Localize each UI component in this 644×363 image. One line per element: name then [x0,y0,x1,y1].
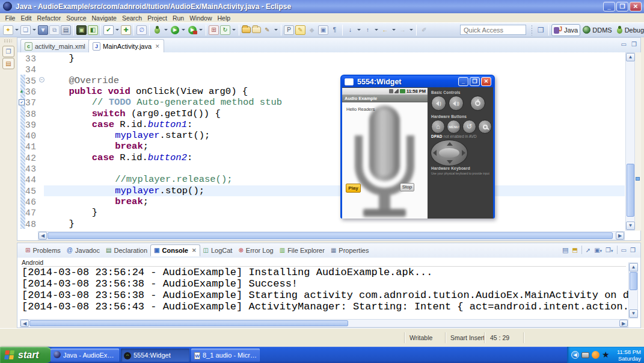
dpad-control[interactable] [431,140,468,166]
view-tab-properties[interactable]: ▦Properties [328,245,372,256]
save-all-icon[interactable]: ⧉ [49,25,60,35]
menu-source[interactable]: Source [64,14,89,22]
tray-avg-icon[interactable] [592,351,600,359]
open-wizard-icon[interactable]: ❏ [20,25,31,35]
new-java-element-icon[interactable]: ✚ [121,25,131,35]
power-button[interactable] [470,96,485,111]
brush-icon[interactable]: ✎ [262,25,272,35]
view-tab-error-log[interactable]: ⊗Error Log [235,245,276,256]
taskbar-task-word[interactable]: W8_1 audio - Microsof... [191,349,260,362]
console-output[interactable]: [2014-03-08 23:56:24 - AudioExample] Ins… [22,267,629,318]
menu-window[interactable]: Window [187,14,215,22]
lint-icon[interactable]: ✔ [103,25,114,35]
play-button[interactable]: Play [346,184,361,193]
android-sdk-icon[interactable]: ▣ [76,25,87,35]
view-tab-declaration[interactable]: ▤Declaration [103,245,150,256]
perspective-debug[interactable]: Debug [615,25,644,36]
editor-horizontal-scrollbar[interactable]: ◀ ▶ [38,231,625,240]
menu-project[interactable]: Project [145,14,170,22]
view-tab-logcat[interactable]: ◫LogCat [200,245,236,256]
menu-navigate[interactable]: Navigate [89,14,119,22]
web-service-icon[interactable]: P [284,25,294,35]
menu-help[interactable]: Help [215,14,233,22]
search-button[interactable] [478,120,492,134]
maximize-view-icon[interactable]: ❐ [631,41,637,48]
display-console-icon[interactable]: ▣▾ [594,247,602,253]
pin-console-icon[interactable]: ➚ [586,247,590,253]
emulator-titlebar[interactable]: 5554:Widget _ ❐ ✕ [342,76,494,87]
import-folder-icon[interactable] [242,26,251,33]
open-folder-icon[interactable] [252,26,261,33]
view-tab-close-icon[interactable]: ✕ [192,247,197,253]
editor-tab-activity_main-xml[interactable]: cactivity_main.xml [20,39,90,52]
clear-console-icon[interactable]: ▤ [562,246,568,254]
coverage-icon[interactable]: ⊞ [209,25,219,35]
editor-tab-MainActivity-java[interactable]: JMainActivity.java✕ [88,39,164,52]
stop-button[interactable]: Stop [400,183,414,191]
tray-chevron-icon[interactable]: ◀ [571,351,579,359]
scroll-lock-icon[interactable]: ⬒ [572,247,577,253]
emulator-maximize-button[interactable]: ❐ [470,77,480,86]
run-external-icon[interactable]: ▶ [187,25,197,35]
close-button[interactable]: ✕ [630,2,642,11]
mark-occurrences-icon[interactable]: ✎ [295,25,305,35]
view-tab-problems[interactable]: ⊞Problems [22,245,64,256]
perspective-ddms[interactable]: DDMS [581,25,613,35]
emulator-close-button[interactable]: ✕ [481,77,491,86]
view-tab-javadoc[interactable]: @Javadoc [64,245,103,256]
fold-collapse-icon[interactable]: − [39,77,44,82]
debug-icon[interactable] [152,25,162,35]
skip-breakpoints-icon[interactable]: ∅ [136,25,147,35]
restore-view-button[interactable]: ❐ [2,46,14,57]
menu-file[interactable]: File [2,14,18,22]
print-icon[interactable]: ▤ [61,25,71,35]
avd-manager-icon[interactable]: ◧ [88,25,98,35]
package-explorer-button[interactable]: ▤ [2,58,14,69]
tab-close-icon[interactable]: ✕ [155,43,160,49]
next-annotation-icon[interactable]: ↓ [345,25,355,35]
minimize-console-icon[interactable]: ▭ [621,247,627,253]
line-number: 36 [25,87,36,98]
view-tab-console[interactable]: ▣Console✕ [150,244,200,256]
minimize-view-icon[interactable]: ▭ [621,41,627,48]
prev-annotation-icon[interactable]: ↑ [363,25,373,35]
new-wizard-icon[interactable]: ✦ [3,25,13,35]
restore-button[interactable]: ❐ [616,2,628,11]
editor-vertical-scrollbar[interactable]: ▲ ▼ [625,52,635,231]
menu-search[interactable]: Search [119,14,144,22]
home-button[interactable]: ⌂ [431,120,445,134]
save-icon[interactable]: ▼ [38,25,48,35]
emulator-minimize-button[interactable]: _ [458,77,468,86]
rail-drag-handle[interactable] [4,39,12,43]
start-button[interactable]: start [0,347,53,363]
volume-up-button[interactable]: )) [449,96,464,111]
console-vertical-scrollbar[interactable]: ▲ ▼ [628,262,638,318]
show-source-icon[interactable]: ▣ [318,25,328,35]
gc-icon[interactable]: ↻ [220,25,230,35]
quick-access-input[interactable] [460,25,526,35]
taskbar-task-eclipse[interactable]: Java - AudioExampl... [51,349,119,362]
taskbar-task-android[interactable]: ᴖ5554:Widget [121,349,189,362]
open-console-icon[interactable]: ❒▾ [606,247,613,253]
maximize-console-icon[interactable]: ❐ [630,247,636,253]
view-tab-file-explorer[interactable]: ▥File Explorer [277,245,328,256]
show-whitespace-icon[interactable]: ¶ [330,25,340,35]
volume-down-button[interactable]: ) [431,96,446,111]
back-button[interactable]: ↺ [462,120,476,134]
console-horizontal-scrollbar[interactable]: ◀ ▶ [20,319,628,327]
tray-printer-icon[interactable] [581,352,589,358]
last-edit-icon[interactable]: ✐ [419,25,429,35]
perspective-java[interactable]: Java [551,24,580,36]
menu-button[interactable]: MENU [447,120,461,134]
externalize-icon[interactable]: ◆ [307,25,317,35]
code-editor[interactable]: 33}3435−@Override36▲public void onClick(… [17,52,625,231]
back-icon[interactable]: ← [380,25,390,35]
run-icon[interactable]: ▶ [170,25,180,35]
forward-icon[interactable]: → [397,25,408,35]
minimize-button[interactable]: _ [603,2,615,11]
open-perspective-icon[interactable]: ❒ [536,25,546,35]
menu-run[interactable]: Run [170,14,186,22]
menu-edit[interactable]: Edit [18,14,34,22]
tray-star-icon[interactable]: ★ [602,351,610,359]
menu-refactor[interactable]: Refactor [34,14,64,22]
